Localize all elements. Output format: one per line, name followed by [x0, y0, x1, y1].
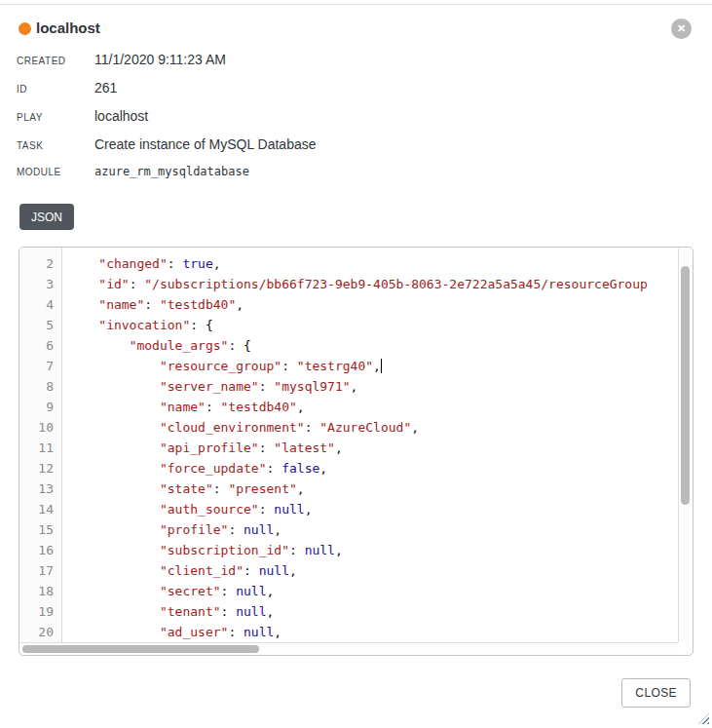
code-token: ,: [373, 359, 381, 373]
code-token: "AzureCloud": [319, 420, 411, 435]
detail-label: CREATED: [17, 56, 94, 66]
line-number: 2: [19, 253, 61, 274]
code-token: :: [144, 297, 160, 312]
code-token: null: [274, 502, 304, 517]
code-token: "cloud_environment": [160, 420, 305, 435]
resize-grip-icon[interactable]: [698, 713, 709, 724]
code-line[interactable]: "id": "/subscriptions/bb66f723-9eb9-405b…: [68, 274, 678, 294]
line-number: 19: [19, 601, 61, 622]
code-token: "name": [160, 400, 206, 414]
code-token: "profile": [160, 522, 228, 537]
code-token: ,: [319, 461, 327, 476]
horizontal-scrollbar[interactable]: [20, 642, 678, 654]
code-token: "invocation": [98, 318, 190, 332]
code-line[interactable]: "name": "testdb40",: [68, 294, 678, 315]
code-token: "tenant": [160, 604, 221, 619]
code-token: "force_update": [160, 461, 267, 476]
code-token: "auth_source": [160, 502, 259, 517]
code-line[interactable]: "secret": null,: [68, 581, 678, 601]
json-code-viewer[interactable]: 234567891011121314151617181920 "changed"…: [19, 247, 693, 656]
code-token: ,: [297, 400, 305, 414]
code-line[interactable]: "server_name": "mysql971",: [68, 376, 678, 397]
detail-row-created: CREATED 11/1/2020 9:11:23 AM: [17, 52, 693, 80]
line-number: 6: [19, 335, 61, 356]
json-toggle-button[interactable]: JSON: [19, 204, 74, 230]
code-line[interactable]: "cloud_environment": "AzureCloud",: [68, 417, 678, 438]
code-line[interactable]: "module_args": {: [68, 335, 678, 356]
host-event-modal: localhost ✕ CREATED 11/1/2020 9:11:23 AM…: [0, 0, 712, 728]
code-token: ,: [213, 256, 221, 271]
code-token: "testdb40": [160, 297, 236, 312]
code-line[interactable]: "state": "present",: [68, 479, 678, 499]
code-token: ,: [267, 584, 275, 598]
host-name-title: localhost: [36, 19, 100, 36]
vertical-scrollbar[interactable]: [678, 249, 692, 642]
code-token: ,: [351, 379, 358, 394]
code-line[interactable]: "changed": true,: [68, 253, 678, 274]
code-token: "/subscriptions/bb66f723-9eb9-405b-8063-…: [144, 277, 648, 291]
code-line[interactable]: "force_update": false,: [68, 458, 678, 479]
detail-value: localhost: [94, 108, 148, 124]
code-token: null: [305, 543, 335, 557]
modal-header: localhost ✕: [19, 19, 693, 42]
code-token: :: [259, 379, 275, 394]
code-token: "server_name": [160, 379, 259, 394]
detail-row-id: ID 261: [17, 80, 693, 108]
line-number: 17: [19, 560, 61, 581]
code-token: ,: [335, 441, 343, 455]
detail-row-play: PLAY localhost: [17, 108, 693, 136]
code-line[interactable]: "name": "testdb40",: [68, 397, 678, 417]
code-token: :: [206, 400, 221, 414]
horizontal-scrollbar-thumb[interactable]: [22, 645, 259, 653]
vertical-scrollbar-thumb[interactable]: [681, 266, 690, 505]
code-token: "latest": [274, 441, 335, 455]
code-line[interactable]: "ad_user": null,: [68, 622, 678, 642]
code-line[interactable]: "auth_source": null,: [68, 499, 678, 519]
detail-value: 11/1/2020 9:11:23 AM: [94, 52, 226, 67]
code-line[interactable]: "api_profile": "latest",: [68, 438, 678, 458]
code-line[interactable]: "subscription_id": null,: [68, 540, 678, 560]
code-token: ,: [305, 502, 313, 517]
code-token: :: [228, 522, 244, 537]
detail-value: Create instance of MySQL Database: [94, 136, 317, 152]
code-token: :: [289, 543, 305, 557]
detail-row-module: MODULE azure_rm_mysqldatabase: [17, 165, 693, 193]
code-token: "testrg40": [297, 359, 373, 373]
code-token: ,: [274, 625, 281, 639]
code-token: null: [236, 584, 266, 598]
code-token: null: [236, 604, 266, 619]
code-token: "mysql971": [274, 379, 350, 394]
line-number: 5: [19, 315, 61, 335]
line-number: 11: [19, 438, 61, 458]
code-token: "name": [98, 297, 144, 312]
code-line[interactable]: "invocation": {: [68, 315, 678, 335]
code-token: : {: [190, 318, 212, 332]
code-token: null: [259, 563, 289, 578]
line-number: 3: [19, 274, 61, 294]
detail-value-module: azure_rm_mysqldatabase: [94, 165, 249, 178]
line-number: 10: [19, 417, 61, 438]
code-scroll-area[interactable]: 234567891011121314151617181920 "changed"…: [19, 248, 678, 643]
code-token: :: [221, 584, 237, 598]
detail-label: ID: [17, 84, 94, 95]
code-token: ,: [274, 522, 281, 537]
code-token: :: [281, 359, 297, 373]
event-details: CREATED 11/1/2020 9:11:23 AM ID 261 PLAY…: [17, 52, 693, 193]
code-line[interactable]: "client_id": null,: [68, 560, 678, 581]
code-line[interactable]: "resource_group": "testrg40",: [68, 356, 678, 376]
code-token: :: [228, 625, 244, 639]
close-icon[interactable]: ✕: [671, 19, 692, 39]
code-token: "present": [228, 481, 296, 496]
line-number: 18: [19, 581, 61, 601]
close-button[interactable]: CLOSE: [621, 678, 691, 708]
detail-label: MODULE: [17, 167, 94, 177]
line-number: 4: [19, 294, 61, 315]
code-line[interactable]: "tenant": null,: [68, 601, 678, 622]
line-number: 12: [19, 458, 61, 479]
code-line[interactable]: "profile": null,: [68, 519, 678, 540]
line-number: 14: [19, 499, 61, 519]
code-token: "changed": [98, 256, 167, 271]
line-number: 7: [19, 356, 61, 376]
code-token: "secret": [160, 584, 221, 598]
code-content[interactable]: "changed": true, "id": "/subscriptions/b…: [62, 248, 678, 643]
